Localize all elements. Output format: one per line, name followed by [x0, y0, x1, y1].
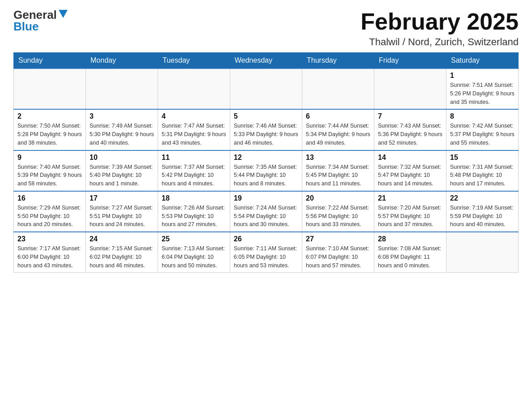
calendar-header-friday: Friday — [374, 53, 446, 69]
page-header: General Blue February 2025 Thalwil / Nor… — [13, 9, 519, 48]
calendar-week-row: 1Sunrise: 7:51 AM Sunset: 5:26 PM Daylig… — [14, 68, 519, 109]
day-number: 2 — [17, 112, 82, 120]
day-info: Sunrise: 7:51 AM Sunset: 5:26 PM Dayligh… — [450, 81, 515, 106]
day-info: Sunrise: 7:31 AM Sunset: 5:48 PM Dayligh… — [450, 163, 515, 188]
calendar-day-cell: 17Sunrise: 7:27 AM Sunset: 5:51 PM Dayli… — [86, 191, 158, 232]
calendar-week-row: 9Sunrise: 7:40 AM Sunset: 5:39 PM Daylig… — [14, 150, 519, 191]
day-info: Sunrise: 7:17 AM Sunset: 6:00 PM Dayligh… — [17, 244, 82, 270]
day-number: 5 — [234, 112, 298, 120]
day-number: 12 — [234, 154, 298, 162]
day-info: Sunrise: 7:24 AM Sunset: 5:54 PM Dayligh… — [234, 204, 298, 229]
day-info: Sunrise: 7:40 AM Sunset: 5:39 PM Dayligh… — [17, 163, 82, 188]
calendar-day-cell: 22Sunrise: 7:19 AM Sunset: 5:59 PM Dayli… — [446, 191, 519, 232]
calendar-header-wednesday: Wednesday — [230, 53, 302, 69]
calendar-day-cell — [302, 68, 374, 109]
calendar-day-cell — [86, 68, 158, 109]
day-info: Sunrise: 7:32 AM Sunset: 5:47 PM Dayligh… — [378, 163, 442, 188]
day-number: 21 — [378, 194, 442, 202]
day-number: 18 — [162, 194, 226, 202]
day-info: Sunrise: 7:43 AM Sunset: 5:36 PM Dayligh… — [378, 122, 442, 147]
day-number: 15 — [450, 154, 515, 162]
day-number: 14 — [378, 154, 442, 162]
day-number: 6 — [306, 112, 370, 120]
calendar-header-thursday: Thursday — [302, 53, 374, 69]
day-info: Sunrise: 7:11 AM Sunset: 6:05 PM Dayligh… — [234, 244, 298, 270]
calendar-day-cell: 7Sunrise: 7:43 AM Sunset: 5:36 PM Daylig… — [374, 109, 446, 150]
day-info: Sunrise: 7:13 AM Sunset: 6:04 PM Dayligh… — [162, 244, 226, 270]
calendar-day-cell: 8Sunrise: 7:42 AM Sunset: 5:37 PM Daylig… — [446, 109, 519, 150]
calendar-day-cell: 21Sunrise: 7:20 AM Sunset: 5:57 PM Dayli… — [374, 191, 446, 232]
day-number: 26 — [234, 235, 298, 243]
calendar-header-sunday: Sunday — [14, 53, 86, 69]
day-number: 1 — [450, 72, 515, 80]
calendar-day-cell: 25Sunrise: 7:13 AM Sunset: 6:04 PM Dayli… — [158, 232, 230, 273]
day-info: Sunrise: 7:22 AM Sunset: 5:56 PM Dayligh… — [306, 204, 370, 229]
day-info: Sunrise: 7:26 AM Sunset: 5:53 PM Dayligh… — [162, 204, 226, 229]
calendar-day-cell: 26Sunrise: 7:11 AM Sunset: 6:05 PM Dayli… — [230, 232, 302, 273]
calendar-day-cell: 28Sunrise: 7:08 AM Sunset: 6:08 PM Dayli… — [374, 232, 446, 273]
calendar-day-cell — [14, 68, 86, 109]
day-info: Sunrise: 7:27 AM Sunset: 5:51 PM Dayligh… — [90, 204, 154, 229]
day-number: 17 — [90, 194, 154, 202]
day-info: Sunrise: 7:29 AM Sunset: 5:50 PM Dayligh… — [17, 204, 82, 229]
calendar-header-tuesday: Tuesday — [158, 53, 230, 69]
calendar-day-cell: 13Sunrise: 7:34 AM Sunset: 5:45 PM Dayli… — [302, 150, 374, 191]
day-number: 25 — [162, 235, 226, 243]
day-info: Sunrise: 7:19 AM Sunset: 5:59 PM Dayligh… — [450, 204, 515, 229]
calendar-day-cell: 4Sunrise: 7:47 AM Sunset: 5:31 PM Daylig… — [158, 109, 230, 150]
day-number: 28 — [378, 235, 442, 243]
calendar-week-row: 23Sunrise: 7:17 AM Sunset: 6:00 PM Dayli… — [14, 232, 519, 273]
day-info: Sunrise: 7:39 AM Sunset: 5:40 PM Dayligh… — [90, 163, 154, 188]
calendar-day-cell — [230, 68, 302, 109]
calendar-day-cell: 2Sunrise: 7:50 AM Sunset: 5:28 PM Daylig… — [14, 109, 86, 150]
calendar-day-cell — [374, 68, 446, 109]
day-number: 24 — [90, 235, 154, 243]
day-info: Sunrise: 7:46 AM Sunset: 5:33 PM Dayligh… — [234, 122, 298, 147]
day-info: Sunrise: 7:37 AM Sunset: 5:42 PM Dayligh… — [162, 163, 226, 188]
day-info: Sunrise: 7:34 AM Sunset: 5:45 PM Dayligh… — [306, 163, 370, 188]
calendar-day-cell: 5Sunrise: 7:46 AM Sunset: 5:33 PM Daylig… — [230, 109, 302, 150]
calendar-day-cell: 19Sunrise: 7:24 AM Sunset: 5:54 PM Dayli… — [230, 191, 302, 232]
day-info: Sunrise: 7:35 AM Sunset: 5:44 PM Dayligh… — [234, 163, 298, 188]
day-info: Sunrise: 7:20 AM Sunset: 5:57 PM Dayligh… — [378, 204, 442, 229]
calendar-week-row: 16Sunrise: 7:29 AM Sunset: 5:50 PM Dayli… — [14, 191, 519, 232]
calendar-week-row: 2Sunrise: 7:50 AM Sunset: 5:28 PM Daylig… — [14, 109, 519, 150]
day-number: 13 — [306, 154, 370, 162]
day-info: Sunrise: 7:15 AM Sunset: 6:02 PM Dayligh… — [90, 244, 154, 270]
day-number: 8 — [450, 112, 515, 120]
calendar-day-cell: 12Sunrise: 7:35 AM Sunset: 5:44 PM Dayli… — [230, 150, 302, 191]
day-number: 22 — [450, 194, 515, 202]
calendar-day-cell: 23Sunrise: 7:17 AM Sunset: 6:00 PM Dayli… — [14, 232, 86, 273]
calendar-day-cell: 24Sunrise: 7:15 AM Sunset: 6:02 PM Dayli… — [86, 232, 158, 273]
title-block: February 2025 Thalwil / Nord, Zurich, Sw… — [360, 9, 519, 48]
day-number: 10 — [90, 154, 154, 162]
calendar-day-cell — [158, 68, 230, 109]
calendar-day-cell: 16Sunrise: 7:29 AM Sunset: 5:50 PM Dayli… — [14, 191, 86, 232]
logo-general-text: General — [13, 9, 57, 21]
logo: General Blue — [13, 9, 68, 32]
day-number: 9 — [17, 154, 82, 162]
day-number: 19 — [234, 194, 298, 202]
day-number: 7 — [378, 112, 442, 120]
day-info: Sunrise: 7:08 AM Sunset: 6:08 PM Dayligh… — [378, 244, 442, 270]
calendar-header-monday: Monday — [86, 53, 158, 69]
calendar-header-row: SundayMondayTuesdayWednesdayThursdayFrid… — [14, 53, 519, 69]
calendar-day-cell: 9Sunrise: 7:40 AM Sunset: 5:39 PM Daylig… — [14, 150, 86, 191]
day-info: Sunrise: 7:49 AM Sunset: 5:30 PM Dayligh… — [90, 122, 154, 147]
calendar-day-cell: 6Sunrise: 7:44 AM Sunset: 5:34 PM Daylig… — [302, 109, 374, 150]
day-number: 27 — [306, 235, 370, 243]
day-info: Sunrise: 7:47 AM Sunset: 5:31 PM Dayligh… — [162, 122, 226, 147]
day-number: 20 — [306, 194, 370, 202]
day-number: 16 — [17, 194, 82, 202]
calendar-header-saturday: Saturday — [446, 53, 519, 69]
day-number: 11 — [162, 154, 226, 162]
calendar-day-cell: 11Sunrise: 7:37 AM Sunset: 5:42 PM Dayli… — [158, 150, 230, 191]
calendar-day-cell — [446, 232, 519, 273]
calendar-table: SundayMondayTuesdayWednesdayThursdayFrid… — [13, 52, 519, 273]
calendar-day-cell: 14Sunrise: 7:32 AM Sunset: 5:47 PM Dayli… — [374, 150, 446, 191]
month-title: February 2025 — [360, 9, 519, 34]
day-info: Sunrise: 7:10 AM Sunset: 6:07 PM Dayligh… — [306, 244, 370, 270]
day-number: 4 — [162, 112, 226, 120]
calendar-day-cell: 20Sunrise: 7:22 AM Sunset: 5:56 PM Dayli… — [302, 191, 374, 232]
calendar-day-cell: 27Sunrise: 7:10 AM Sunset: 6:07 PM Dayli… — [302, 232, 374, 273]
